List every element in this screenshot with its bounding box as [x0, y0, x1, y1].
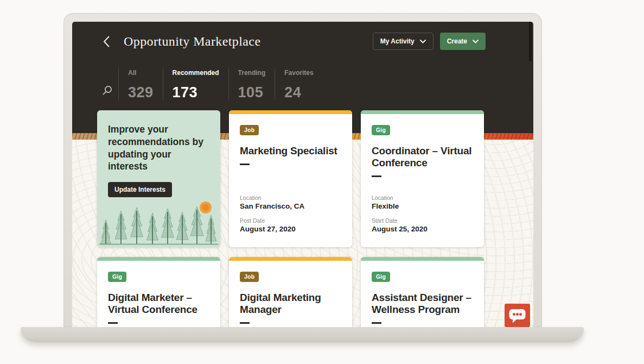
laptop-mockup: Opportunity Marketplace My Activity Crea…: [21, 13, 584, 343]
tab-favorites-count: 24: [284, 85, 313, 100]
my-activity-button[interactable]: My Activity: [373, 33, 433, 50]
card-field: Location Flexible: [372, 194, 473, 210]
card-accent-bar: [361, 257, 484, 261]
gig-badge: Gig: [372, 272, 390, 282]
promo-message: Improve your recommendations by updating…: [108, 123, 209, 173]
job-badge: Job: [240, 272, 259, 282]
title-dash: [240, 164, 250, 165]
title-dash: [372, 322, 381, 324]
header-top: Opportunity Marketplace My Activity Crea…: [103, 33, 486, 50]
laptop-bezel: Opportunity Marketplace My Activity Crea…: [63, 13, 542, 327]
card-title: Digital Marketing Manager: [240, 292, 341, 316]
title-dash: [240, 322, 250, 324]
tab-recommended[interactable]: Recommended 173: [163, 68, 228, 100]
scrollbar-thumb[interactable]: [529, 22, 532, 61]
trees-illustration: [97, 201, 220, 247]
gig-badge: Gig: [108, 272, 126, 282]
card-title: Digital Marketer – Virtual Conference: [108, 292, 209, 316]
opportunity-cards-grid: Improve your recommendations by updating…: [97, 110, 484, 327]
card-field: Start Date August 25, 2020: [372, 217, 473, 233]
create-label: Create: [447, 37, 467, 45]
card-field: Location San Francisco, CA: [240, 194, 341, 210]
tab-recommended-label: Recommended: [173, 69, 219, 77]
tab-all[interactable]: All 329: [118, 68, 163, 100]
card-accent-bar: [229, 257, 352, 261]
tab-all-label: All: [128, 69, 154, 77]
page-title: Opportunity Marketplace: [124, 34, 260, 49]
sun-icon-inner: [202, 204, 209, 211]
opportunity-card[interactable]: Gig Assistant Designer – Wellness Progra…: [361, 257, 484, 327]
opportunity-card[interactable]: Gig Coordinator – Virtual Conference Loc…: [361, 110, 484, 247]
laptop-base: [21, 327, 584, 342]
chevron-left-icon: [103, 36, 110, 47]
back-button[interactable]: [103, 33, 114, 50]
card-accent-bar: [97, 257, 220, 261]
opportunity-card[interactable]: Job Digital Marketing Manager: [229, 257, 352, 327]
card-title: Assistant Designer – Wellness Program: [372, 292, 473, 316]
tab-trending[interactable]: Trending 105: [228, 68, 275, 100]
tab-favorites-label: Favorites: [284, 69, 313, 77]
card-title: Marketing Specialist: [240, 145, 341, 157]
search-icon: [102, 85, 112, 96]
card-title: Coordinator – Virtual Conference: [372, 145, 473, 169]
tab-favorites[interactable]: Favorites 24: [275, 68, 322, 100]
chat-widget-button[interactable]: [505, 304, 530, 327]
opportunity-card[interactable]: Gig Digital Marketer – Virtual Conferenc…: [97, 257, 220, 327]
chevron-down-icon: [420, 40, 426, 43]
create-button[interactable]: Create: [440, 33, 486, 50]
header-actions: My Activity Create: [373, 33, 486, 50]
chat-bubble-icon: [508, 307, 526, 324]
stats-row: All 329 Recommended 173 Trending 105 Fav…: [102, 68, 323, 100]
chevron-down-icon: [473, 40, 479, 43]
card-accent-bar: [229, 110, 352, 114]
update-interests-button[interactable]: Update Interests: [108, 182, 172, 197]
tab-all-count: 329: [128, 85, 154, 100]
my-activity-label: My Activity: [380, 37, 415, 45]
title-dash: [108, 322, 118, 324]
card-accent-bar: [361, 110, 484, 114]
gig-badge: Gig: [372, 125, 390, 135]
tab-recommended-count: 173: [173, 85, 219, 100]
promo-card[interactable]: Improve your recommendations by updating…: [97, 110, 220, 247]
title-dash: [372, 175, 381, 177]
screen: Opportunity Marketplace My Activity Crea…: [72, 22, 533, 327]
search-button[interactable]: [102, 68, 118, 100]
tab-trending-label: Trending: [238, 69, 266, 77]
opportunity-card[interactable]: Job Marketing Specialist Location San Fr…: [229, 110, 352, 247]
card-field: Post Date August 27, 2020: [240, 217, 341, 233]
job-badge: Job: [240, 125, 259, 135]
tab-trending-count: 105: [238, 85, 266, 100]
